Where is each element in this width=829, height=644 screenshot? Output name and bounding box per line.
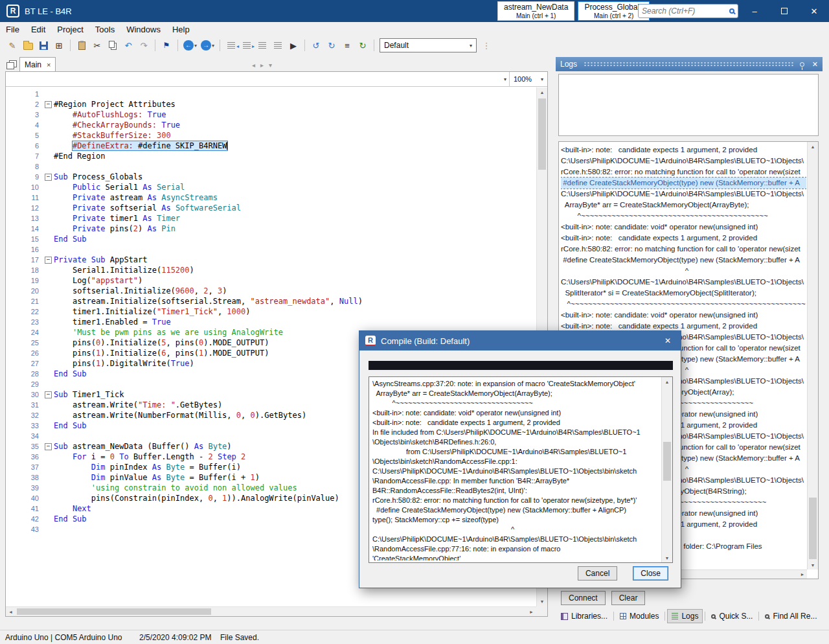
tab-list-icon[interactable]: ▾ (269, 62, 272, 69)
redo-icon[interactable]: ↷ (138, 38, 150, 52)
scrollbar-thumb[interactable] (538, 98, 546, 170)
connect-button[interactable]: Connect (561, 591, 606, 605)
dialog-vertical-scrollbar[interactable]: ▲ ▼ (661, 377, 672, 562)
code-line[interactable]: 2#Region Project Attributes (6, 99, 536, 109)
undo-icon[interactable]: ↶ (122, 38, 134, 52)
search-icon[interactable] (729, 8, 734, 14)
paste-icon[interactable] (76, 38, 87, 52)
run-icon[interactable]: ▶ (288, 38, 299, 52)
code-line[interactable]: 23 timer1.Enabled = True (6, 317, 536, 327)
code-line[interactable]: 10 Public Serial1 As Serial (6, 182, 536, 192)
fold-collapse-icon[interactable] (43, 99, 54, 109)
editor-horizontal-scrollbar[interactable]: ◄ ► (6, 606, 536, 616)
scrollbar-thumb[interactable] (17, 608, 211, 615)
tab-logs[interactable]: Logs (667, 609, 703, 623)
toolbar-overflow-icon[interactable]: ⋮ (481, 38, 492, 52)
log-line[interactable]: C:\Users\PhilipK\DOCUME~1\Arduino\B4R\Sa… (561, 189, 806, 200)
log-line[interactable]: SplitIterator* si = CreateStackMemoryObj… (561, 288, 806, 299)
copy-icon[interactable] (107, 38, 119, 52)
menu-file[interactable]: File (0, 22, 25, 36)
bookmark-icon[interactable]: ⚑ (161, 38, 172, 52)
log-line[interactable]: <built-in>: note: candidate: void* opera… (561, 222, 806, 233)
code-line[interactable]: 5 #StackBufferSize: 300 (6, 130, 536, 141)
tab-scroll-right-icon[interactable]: ▸ (260, 62, 264, 69)
uncomment-icon[interactable] (272, 38, 284, 52)
log-line[interactable]: ^ (561, 266, 806, 277)
maximize-button[interactable] (769, 0, 799, 22)
log-line[interactable]: #define CreateStackMemoryObject(type) ne… (561, 255, 806, 266)
outdent-icon[interactable]: ◂ (225, 38, 237, 52)
code-line[interactable]: 20 softserial.Initialize(9600, 2, 3) (6, 286, 536, 296)
comment-icon[interactable] (256, 38, 268, 52)
code-line[interactable]: 4 #CheckArrayBounds: True (6, 120, 536, 130)
indent-icon[interactable]: ▸ (241, 38, 253, 52)
scroll-right-icon[interactable]: ► (527, 607, 536, 616)
search-box[interactable] (638, 4, 738, 18)
log-line[interactable]: <built-in>: note: candidate expects 1 ar… (561, 144, 806, 155)
close-button[interactable]: Close (633, 566, 668, 581)
code-line[interactable]: 21 astream.Initialize(softserial.Stream,… (6, 296, 536, 306)
menu-project[interactable]: Project (51, 22, 89, 36)
scroll-up-icon[interactable]: ▲ (808, 142, 818, 151)
fold-collapse-icon[interactable] (43, 389, 54, 400)
sub-navigator-select[interactable]: ▾ (6, 72, 510, 86)
fold-collapse-icon[interactable] (43, 441, 54, 452)
code-line[interactable]: 12 Private softserial As SoftwareSerial (6, 203, 536, 213)
cut-icon[interactable]: ✂ (91, 38, 103, 52)
code-line[interactable]: 13 Private timer1 As Timer (6, 213, 536, 224)
logs-filter-box[interactable] (558, 74, 819, 136)
scrollbar-thumb[interactable] (809, 498, 817, 559)
tab-close-icon[interactable]: × (47, 61, 51, 69)
log-line[interactable]: rCore.h:580:82: error: no matching funct… (561, 167, 806, 178)
cancel-button[interactable]: Cancel (578, 566, 617, 581)
cascade-windows-icon[interactable] (6, 60, 17, 69)
code-line[interactable]: 18 Serial1.Initialize(115200) (6, 265, 536, 275)
minimize-button[interactable]: – (740, 0, 769, 22)
menu-help[interactable]: Help (166, 22, 196, 36)
clear-button[interactable]: Clear (611, 591, 646, 605)
zoom-select[interactable]: 100% ▾ (510, 72, 547, 86)
quick-nav-astream-newdata[interactable]: astream_NewData Main (ctrl + 1) (497, 1, 574, 21)
menu-edit[interactable]: Edit (25, 22, 51, 36)
code-line[interactable]: 22 timer1.Initialize("Timer1_Tick", 1000… (6, 306, 536, 317)
tab-quick-search[interactable]: Quick S... (707, 609, 756, 623)
code-line[interactable]: 7#End Region (6, 151, 536, 161)
scroll-down-icon[interactable]: ▼ (808, 560, 818, 569)
code-line[interactable]: 14 Private pins(2) As Pin (6, 224, 536, 234)
code-line[interactable]: 9Sub Process_Globals (6, 172, 536, 182)
code-line[interactable]: 3 #AutoFlushLogs: True (6, 109, 536, 120)
scroll-left-icon[interactable]: ◄ (6, 607, 16, 616)
tab-find-all-references[interactable]: Find All Re... (761, 609, 821, 623)
pin-icon[interactable] (800, 62, 804, 67)
tab-scroll-left-icon[interactable]: ◂ (252, 62, 255, 69)
search-input[interactable] (642, 6, 727, 16)
refresh-icon[interactable]: ↻ (357, 38, 369, 52)
dialog-titlebar[interactable]: R Compile (Build: Default) ✕ (359, 331, 681, 351)
jump-previous-sub-icon[interactable]: ↺ (310, 38, 322, 52)
log-line[interactable]: #define CreateStackMemoryObject(type) ne… (561, 178, 806, 189)
code-line[interactable]: 15End Sub (6, 234, 536, 244)
logs-vertical-scrollbar[interactable]: ▲ ▼ (807, 142, 818, 569)
code-line[interactable]: 8 (6, 161, 536, 172)
tab-main[interactable]: Main × (19, 57, 56, 71)
fold-collapse-icon[interactable] (43, 172, 54, 182)
scroll-right-icon[interactable]: ► (798, 570, 807, 579)
code-line[interactable]: 6 #DefineExtra: #define SKIP_B4RNEW (6, 141, 536, 151)
dialog-close-icon[interactable]: ✕ (661, 336, 675, 345)
code-line[interactable]: 1 (6, 89, 536, 99)
new-file-icon[interactable]: ✎ (6, 38, 18, 52)
log-line[interactable]: rCore.h:580:82: error: no matching funct… (561, 244, 806, 255)
log-line[interactable]: C:\Users\PhilipK\DOCUME~1\Arduino\B4R\Sa… (561, 277, 806, 288)
save-as-icon[interactable]: ⊞ (53, 38, 65, 52)
scrollbar-thumb[interactable] (663, 442, 671, 481)
log-line[interactable]: C:\Users\PhilipK\DOCUME~1\Arduino\B4R\Sa… (561, 155, 806, 167)
modules-list-icon[interactable]: ≡ (341, 38, 353, 52)
fold-collapse-icon[interactable] (43, 255, 54, 265)
code-line[interactable]: 19 Log("appstart") (6, 275, 536, 286)
open-project-icon[interactable] (22, 38, 34, 52)
menu-windows[interactable]: Windows (120, 22, 166, 36)
close-button[interactable]: ✕ (799, 0, 829, 22)
log-line[interactable]: <built-in>: note: candidate: void* opera… (561, 310, 806, 321)
tab-modules[interactable]: Modules (616, 609, 663, 623)
scroll-down-icon[interactable]: ▼ (662, 553, 672, 562)
